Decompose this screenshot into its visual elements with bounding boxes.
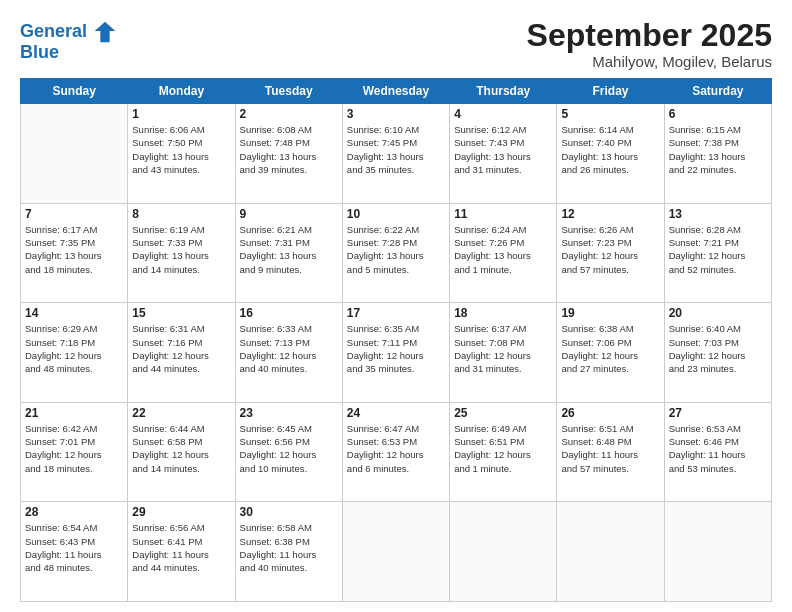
cell-info: Sunrise: 6:40 AM Sunset: 7:03 PM Dayligh… xyxy=(669,322,767,375)
calendar-title: September 2025 xyxy=(527,18,772,53)
day-of-week-header: Thursday xyxy=(450,79,557,104)
svg-marker-0 xyxy=(95,22,116,43)
calendar-cell: 22Sunrise: 6:44 AM Sunset: 6:58 PM Dayli… xyxy=(128,402,235,502)
logo-text: General xyxy=(20,22,87,42)
day-number: 12 xyxy=(561,207,659,221)
cell-info: Sunrise: 6:12 AM Sunset: 7:43 PM Dayligh… xyxy=(454,123,552,176)
day-number: 11 xyxy=(454,207,552,221)
day-number: 27 xyxy=(669,406,767,420)
calendar-cell: 21Sunrise: 6:42 AM Sunset: 7:01 PM Dayli… xyxy=(21,402,128,502)
day-of-week-header: Tuesday xyxy=(235,79,342,104)
calendar-cell: 24Sunrise: 6:47 AM Sunset: 6:53 PM Dayli… xyxy=(342,402,449,502)
calendar-cell: 17Sunrise: 6:35 AM Sunset: 7:11 PM Dayli… xyxy=(342,303,449,403)
day-number: 9 xyxy=(240,207,338,221)
calendar-cell: 18Sunrise: 6:37 AM Sunset: 7:08 PM Dayli… xyxy=(450,303,557,403)
calendar-cell: 13Sunrise: 6:28 AM Sunset: 7:21 PM Dayli… xyxy=(664,203,771,303)
day-number: 3 xyxy=(347,107,445,121)
cell-info: Sunrise: 6:31 AM Sunset: 7:16 PM Dayligh… xyxy=(132,322,230,375)
calendar-cell: 27Sunrise: 6:53 AM Sunset: 6:46 PM Dayli… xyxy=(664,402,771,502)
calendar-cell xyxy=(342,502,449,602)
day-number: 17 xyxy=(347,306,445,320)
cell-info: Sunrise: 6:08 AM Sunset: 7:48 PM Dayligh… xyxy=(240,123,338,176)
cell-info: Sunrise: 6:10 AM Sunset: 7:45 PM Dayligh… xyxy=(347,123,445,176)
logo-icon xyxy=(91,18,119,46)
cell-info: Sunrise: 6:49 AM Sunset: 6:51 PM Dayligh… xyxy=(454,422,552,475)
cell-info: Sunrise: 6:44 AM Sunset: 6:58 PM Dayligh… xyxy=(132,422,230,475)
day-number: 16 xyxy=(240,306,338,320)
calendar-header-row: SundayMondayTuesdayWednesdayThursdayFrid… xyxy=(21,79,772,104)
header: General Blue September 2025 Mahilyow, Mo… xyxy=(20,18,772,70)
calendar-cell: 16Sunrise: 6:33 AM Sunset: 7:13 PM Dayli… xyxy=(235,303,342,403)
day-number: 13 xyxy=(669,207,767,221)
calendar-cell: 6Sunrise: 6:15 AM Sunset: 7:38 PM Daylig… xyxy=(664,104,771,204)
cell-info: Sunrise: 6:45 AM Sunset: 6:56 PM Dayligh… xyxy=(240,422,338,475)
cell-info: Sunrise: 6:26 AM Sunset: 7:23 PM Dayligh… xyxy=(561,223,659,276)
calendar-cell: 20Sunrise: 6:40 AM Sunset: 7:03 PM Dayli… xyxy=(664,303,771,403)
day-number: 22 xyxy=(132,406,230,420)
calendar-cell: 29Sunrise: 6:56 AM Sunset: 6:41 PM Dayli… xyxy=(128,502,235,602)
day-number: 28 xyxy=(25,505,123,519)
day-of-week-header: Wednesday xyxy=(342,79,449,104)
calendar-table: SundayMondayTuesdayWednesdayThursdayFrid… xyxy=(20,78,772,602)
calendar-cell xyxy=(21,104,128,204)
calendar-cell: 10Sunrise: 6:22 AM Sunset: 7:28 PM Dayli… xyxy=(342,203,449,303)
day-of-week-header: Friday xyxy=(557,79,664,104)
calendar-cell: 28Sunrise: 6:54 AM Sunset: 6:43 PM Dayli… xyxy=(21,502,128,602)
day-of-week-header: Saturday xyxy=(664,79,771,104)
calendar-cell: 12Sunrise: 6:26 AM Sunset: 7:23 PM Dayli… xyxy=(557,203,664,303)
cell-info: Sunrise: 6:37 AM Sunset: 7:08 PM Dayligh… xyxy=(454,322,552,375)
day-number: 18 xyxy=(454,306,552,320)
day-number: 25 xyxy=(454,406,552,420)
cell-info: Sunrise: 6:38 AM Sunset: 7:06 PM Dayligh… xyxy=(561,322,659,375)
calendar-location: Mahilyow, Mogilev, Belarus xyxy=(527,53,772,70)
calendar-cell: 25Sunrise: 6:49 AM Sunset: 6:51 PM Dayli… xyxy=(450,402,557,502)
day-number: 1 xyxy=(132,107,230,121)
day-number: 5 xyxy=(561,107,659,121)
day-number: 26 xyxy=(561,406,659,420)
calendar-cell xyxy=(450,502,557,602)
day-number: 2 xyxy=(240,107,338,121)
day-number: 7 xyxy=(25,207,123,221)
cell-info: Sunrise: 6:51 AM Sunset: 6:48 PM Dayligh… xyxy=(561,422,659,475)
cell-info: Sunrise: 6:33 AM Sunset: 7:13 PM Dayligh… xyxy=(240,322,338,375)
calendar-cell: 4Sunrise: 6:12 AM Sunset: 7:43 PM Daylig… xyxy=(450,104,557,204)
cell-info: Sunrise: 6:54 AM Sunset: 6:43 PM Dayligh… xyxy=(25,521,123,574)
calendar-cell: 3Sunrise: 6:10 AM Sunset: 7:45 PM Daylig… xyxy=(342,104,449,204)
cell-info: Sunrise: 6:17 AM Sunset: 7:35 PM Dayligh… xyxy=(25,223,123,276)
calendar-cell: 9Sunrise: 6:21 AM Sunset: 7:31 PM Daylig… xyxy=(235,203,342,303)
calendar-cell: 8Sunrise: 6:19 AM Sunset: 7:33 PM Daylig… xyxy=(128,203,235,303)
day-number: 14 xyxy=(25,306,123,320)
calendar-week-row: 7Sunrise: 6:17 AM Sunset: 7:35 PM Daylig… xyxy=(21,203,772,303)
day-number: 8 xyxy=(132,207,230,221)
day-of-week-header: Monday xyxy=(128,79,235,104)
calendar-cell xyxy=(664,502,771,602)
calendar-cell: 14Sunrise: 6:29 AM Sunset: 7:18 PM Dayli… xyxy=(21,303,128,403)
calendar-week-row: 1Sunrise: 6:06 AM Sunset: 7:50 PM Daylig… xyxy=(21,104,772,204)
day-number: 15 xyxy=(132,306,230,320)
cell-info: Sunrise: 6:29 AM Sunset: 7:18 PM Dayligh… xyxy=(25,322,123,375)
day-number: 10 xyxy=(347,207,445,221)
day-number: 6 xyxy=(669,107,767,121)
calendar-cell: 23Sunrise: 6:45 AM Sunset: 6:56 PM Dayli… xyxy=(235,402,342,502)
calendar-cell: 11Sunrise: 6:24 AM Sunset: 7:26 PM Dayli… xyxy=(450,203,557,303)
calendar-cell: 1Sunrise: 6:06 AM Sunset: 7:50 PM Daylig… xyxy=(128,104,235,204)
day-number: 24 xyxy=(347,406,445,420)
calendar-cell: 15Sunrise: 6:31 AM Sunset: 7:16 PM Dayli… xyxy=(128,303,235,403)
cell-info: Sunrise: 6:58 AM Sunset: 6:38 PM Dayligh… xyxy=(240,521,338,574)
cell-info: Sunrise: 6:24 AM Sunset: 7:26 PM Dayligh… xyxy=(454,223,552,276)
calendar-cell: 5Sunrise: 6:14 AM Sunset: 7:40 PM Daylig… xyxy=(557,104,664,204)
calendar-cell: 30Sunrise: 6:58 AM Sunset: 6:38 PM Dayli… xyxy=(235,502,342,602)
day-number: 29 xyxy=(132,505,230,519)
day-number: 4 xyxy=(454,107,552,121)
cell-info: Sunrise: 6:53 AM Sunset: 6:46 PM Dayligh… xyxy=(669,422,767,475)
calendar-cell: 7Sunrise: 6:17 AM Sunset: 7:35 PM Daylig… xyxy=(21,203,128,303)
calendar-cell: 2Sunrise: 6:08 AM Sunset: 7:48 PM Daylig… xyxy=(235,104,342,204)
day-number: 21 xyxy=(25,406,123,420)
page: General Blue September 2025 Mahilyow, Mo… xyxy=(0,0,792,612)
cell-info: Sunrise: 6:28 AM Sunset: 7:21 PM Dayligh… xyxy=(669,223,767,276)
cell-info: Sunrise: 6:15 AM Sunset: 7:38 PM Dayligh… xyxy=(669,123,767,176)
calendar-cell xyxy=(557,502,664,602)
calendar-week-row: 21Sunrise: 6:42 AM Sunset: 7:01 PM Dayli… xyxy=(21,402,772,502)
cell-info: Sunrise: 6:22 AM Sunset: 7:28 PM Dayligh… xyxy=(347,223,445,276)
day-number: 19 xyxy=(561,306,659,320)
